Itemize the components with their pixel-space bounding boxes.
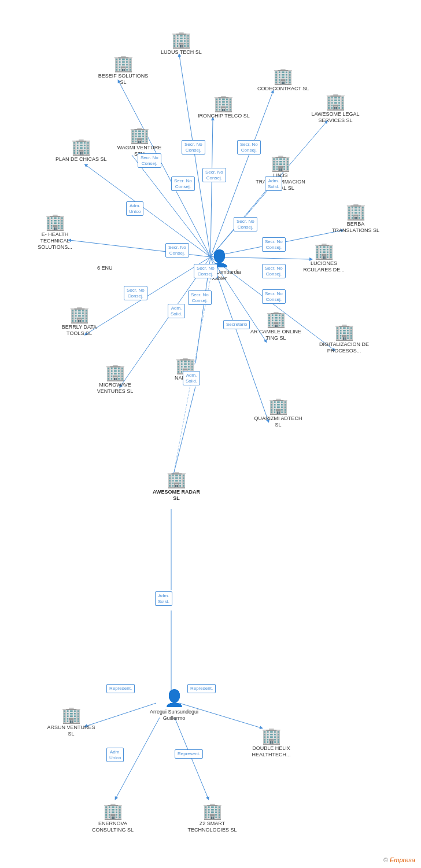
role-badge: Secr. NoConsej.	[124, 286, 147, 300]
luciones-node[interactable]: 🏢 LUCIONES RCULARES DE...	[298, 243, 350, 273]
role-badge: Secr. NoConsej.	[138, 153, 161, 168]
network-graph: 👤 Alvarez Lombardia Xabier 🏢 AWESOME RAD…	[0, 0, 421, 868]
svg-line-8	[69, 240, 211, 257]
badge-secr-10: Secr. NoConsej.	[262, 264, 286, 278]
building-icon: 🏢	[213, 95, 234, 112]
badge-adm-unico-1: Adm.Unico	[126, 201, 143, 216]
quarizmi-label: QUARIZMI ADTECH SL	[252, 415, 304, 428]
awesome-radar-label: AWESOME RADAR SL	[150, 489, 202, 502]
role-badge: Secretario	[223, 320, 250, 329]
second-person-node[interactable]: 👤 Arregui Sunsundegui Guillermo	[148, 689, 200, 722]
ludus-label: LUDUS TECH SL	[161, 49, 202, 56]
plan-label: PLAN DE CHICAS SL	[56, 156, 107, 163]
role-badge: Secr. NoConsej.	[171, 176, 195, 191]
badge-adm-unico-2: Adm.Unico	[106, 748, 124, 762]
ludus-node[interactable]: 🏢 LUDUS TECH SL	[161, 32, 202, 56]
building-icon: 🏢	[69, 307, 90, 323]
ironchip-node[interactable]: 🏢 IRONCHIP TELCO SL	[198, 95, 250, 119]
role-badge: Adm.Solid.	[265, 176, 282, 191]
badge-secr-6: Secr. NoConsej.	[234, 217, 257, 231]
badge-adm-solid-1: Adm.Solid.	[265, 176, 282, 191]
doublehelix-label: DOUBLE HELIX HEALTHTECH...	[245, 745, 297, 758]
building-icon: 🏢	[71, 139, 91, 155]
badge-secr-9: Secr. NoConsej.	[262, 237, 286, 252]
beseif-node[interactable]: 🏢 BESEIF SOLUTIONS SL	[97, 56, 149, 86]
badge-secr-7: Secr. NoConsej.	[165, 243, 189, 258]
badge-secr-5: Secr. NoConsej.	[237, 140, 261, 155]
microwave-node[interactable]: 🏢 MICROWAVE VENTURES SL	[89, 365, 141, 395]
badge-represent-3: Represent.	[175, 749, 203, 759]
badge-secr-2: Secr. NoConsej.	[138, 153, 161, 168]
building-icon: 🏢	[202, 803, 223, 819]
role-badge: Secr. NoConsej.	[234, 217, 257, 231]
building-icon: 🏢	[171, 32, 191, 48]
role-badge: Secr. NoConsej.	[188, 290, 212, 305]
lawesome-node[interactable]: 🏢 LAWESOME LEGAL SERVICES SL	[309, 94, 361, 124]
badge-secr-4: Secr. NoConsej.	[202, 168, 226, 182]
badge-secr-13: Secr. NoConsej.	[188, 290, 212, 305]
enernova-node[interactable]: 🏢 ENERNOVA CONSULTING SL	[87, 803, 139, 833]
second-person-icon: 👤	[164, 689, 184, 708]
role-badge: Secr. NoConsej.	[165, 243, 189, 258]
berba-label: BERBA TRANSLATIONS SL	[330, 221, 382, 234]
digitalizacion-label: DIGITALIZACION DE PROCESOS...	[318, 341, 370, 354]
enu-label: 6 ENU	[97, 265, 113, 271]
badge-adm-solid-4: Adm.Solid.	[155, 591, 172, 606]
z2smart-label: Z2 SMART TECHNOLOGIES SL	[186, 821, 238, 833]
badge-adm-solid-2: Adm.Solid.	[168, 304, 185, 318]
building-icon: 🏢	[261, 728, 282, 744]
building-icon: 🏢	[61, 707, 82, 723]
awesome-radar-node[interactable]: 🏢 AWESOME RADAR SL	[150, 472, 202, 502]
microwave-label: MICROWAVE VENTURES SL	[89, 382, 141, 395]
badge-secr-1: Secr. NoConsej.	[182, 140, 205, 155]
plan-node[interactable]: 🏢 PLAN DE CHICAS SL	[56, 139, 107, 163]
berrly-node[interactable]: 🏢 BERRLY DATA TOOLS SL	[53, 307, 105, 337]
building-icon: 🏢	[113, 56, 134, 72]
codecontract-node[interactable]: 🏢 CODECONTRACT SL	[257, 68, 309, 92]
svg-line-17	[173, 387, 195, 475]
building-highlight-icon: 🏢	[167, 472, 187, 488]
luciones-label: LUCIONES RCULARES DE...	[298, 260, 350, 273]
building-icon: 🏢	[271, 155, 291, 171]
svg-line-0	[179, 55, 211, 257]
doublehelix-node[interactable]: 🏢 DOUBLE HELIX HEALTHTECH...	[245, 728, 297, 758]
svg-line-3	[211, 119, 213, 257]
role-badge: Secr. NoConsej.	[262, 289, 286, 304]
badge-represent-1: Represent.	[106, 684, 135, 693]
aronline-node[interactable]: 🏢 AR CAMBLE ONLINE TING SL	[250, 311, 302, 341]
role-badge: Adm.Unico	[106, 748, 124, 762]
second-person-label: Arregui Sunsundegui Guillermo	[148, 709, 200, 722]
role-badge: Adm.Unico	[126, 201, 143, 216]
building-icon: 🏢	[268, 398, 289, 414]
building-icon: 🏢	[45, 214, 65, 230]
aronline-label: AR CAMBLE ONLINE TING SL	[250, 329, 302, 341]
role-badge: Secr. NoConsej.	[182, 140, 205, 155]
z2smart-node[interactable]: 🏢 Z2 SMART TECHNOLOGIES SL	[186, 803, 238, 833]
role-badge: Represent.	[175, 749, 203, 759]
building-icon: 🏢	[334, 324, 354, 340]
quarizmi-node[interactable]: 🏢 QUARIZMI ADTECH SL	[252, 398, 304, 428]
role-badge: Represent.	[187, 684, 216, 693]
building-icon: 🏢	[105, 365, 125, 381]
codecontract-label: CODECONTRACT SL	[257, 86, 309, 92]
role-badge: Secr. NoConsej.	[237, 140, 261, 155]
building-icon: 🏢	[266, 311, 286, 328]
arsun-label: ARSUN VENTURES SL	[45, 724, 97, 737]
building-icon: 🏢	[314, 243, 334, 259]
role-badge: Secr. NoConsej.	[202, 168, 226, 182]
wagmi-node[interactable]: 🏢 WAGMI VENTURE STU	[113, 127, 165, 157]
berba-node[interactable]: 🏢 BERBA TRANSLATIONS SL	[330, 204, 382, 234]
badge-secr-12: Secr. NoConsej.	[124, 286, 147, 300]
lawesome-label: LAWESOME LEGAL SERVICES SL	[309, 111, 361, 124]
ehealth-node[interactable]: 🏢 E- HEALTH TECHNICAL SOLUTIONS...	[29, 214, 81, 250]
badge-secr-8: Secr. NoConsej.	[194, 264, 217, 278]
badge-secr-3: Secr. NoConsej.	[171, 176, 195, 191]
enernova-label: ENERNOVA CONSULTING SL	[87, 821, 139, 833]
badge-represent-2: Represent.	[187, 684, 216, 693]
watermark: © Empresa	[383, 856, 415, 863]
digitalizacion-node[interactable]: 🏢 DIGITALIZACION DE PROCESOS...	[318, 324, 370, 354]
arsun-node[interactable]: 🏢 ARSUN VENTURES SL	[45, 707, 97, 737]
building-icon: 🏢	[346, 204, 366, 220]
badge-adm-solid-3: Adm.Solid.	[183, 371, 200, 385]
role-badge: Secr. NoConsej.	[262, 264, 286, 278]
